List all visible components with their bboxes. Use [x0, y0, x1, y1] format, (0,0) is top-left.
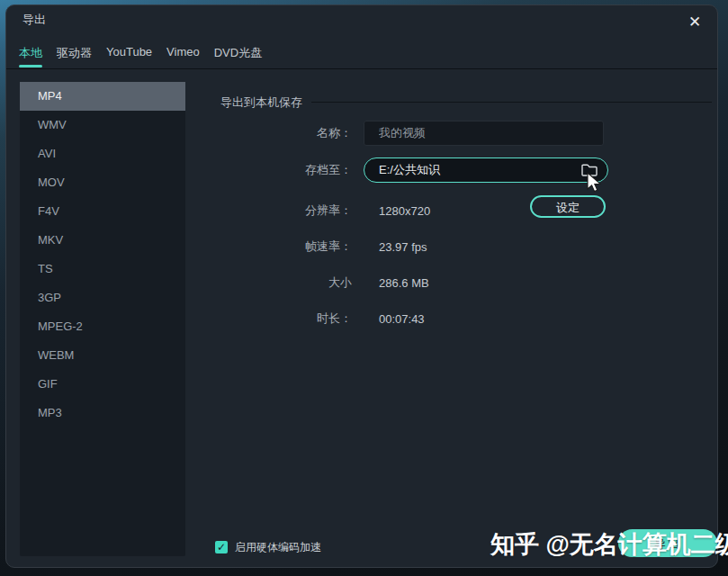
framerate-value: 23.97 fps [364, 240, 427, 254]
format-item-ts[interactable]: TS [20, 255, 185, 284]
resolution-set-button[interactable]: 设定 [530, 195, 606, 218]
archive-path-input[interactable] [379, 164, 580, 177]
format-item-mkv[interactable]: MKV [20, 226, 185, 255]
tab-device[interactable]: 驱动器 [57, 43, 92, 70]
mouse-cursor-icon [586, 172, 604, 194]
format-item-mp3[interactable]: MP3 [20, 399, 185, 428]
framerate-label: 帧速率： [190, 238, 352, 255]
archive-label: 存档至： [190, 162, 352, 178]
archive-path-field[interactable] [364, 158, 608, 183]
size-row: 大小 286.6 MB [190, 270, 429, 295]
close-icon[interactable]: ✕ [683, 11, 706, 34]
duration-value: 00:07:43 [364, 312, 425, 326]
section-rule [311, 102, 712, 103]
framerate-row: 帧速率： 23.97 fps [190, 234, 427, 259]
format-item-mp4[interactable]: MP4 [20, 82, 185, 111]
format-item-avi[interactable]: AVI [20, 140, 185, 168]
format-item-3gp[interactable]: 3GP [20, 284, 185, 312]
tab-youtube[interactable]: YouTube [106, 43, 152, 70]
format-item-mpeg2[interactable]: MPEG-2 [20, 312, 185, 341]
archive-row: 存档至： [190, 158, 608, 183]
resolution-row: 分辨率： 1280x720 [190, 198, 430, 223]
watermark-text: 知乎 @无名计算机二级 [490, 528, 728, 561]
format-item-webm[interactable]: WEBM [20, 341, 185, 370]
duration-row: 时长： 00:07:43 [190, 306, 425, 331]
size-value: 286.6 MB [364, 276, 429, 290]
section-title: 导出到本机保存 [220, 94, 302, 111]
hardware-accel-checkbox[interactable]: ✓ [215, 541, 228, 554]
name-row: 名称： [190, 121, 604, 146]
export-dialog: 导出 ✕ 本地 驱动器 YouTube Vimeo DVD光盘 MP4 WMV … [5, 4, 718, 568]
resolution-label: 分辨率： [190, 202, 352, 219]
tabs-divider [6, 68, 717, 69]
size-label: 大小 [190, 274, 352, 291]
tab-local[interactable]: 本地 [19, 43, 42, 70]
hardware-accel-label: 启用硬体编码加速 [235, 541, 321, 554]
resolution-value: 1280x720 [364, 204, 430, 218]
name-input[interactable] [364, 121, 604, 146]
tab-vimeo[interactable]: Vimeo [166, 43, 200, 70]
export-target-tabs: 本地 驱动器 YouTube Vimeo DVD光盘 [19, 43, 262, 70]
format-item-mov[interactable]: MOV [20, 168, 185, 197]
checkmark-icon: ✓ [217, 541, 226, 554]
format-item-gif[interactable]: GIF [20, 370, 185, 399]
name-label: 名称： [190, 125, 352, 141]
dialog-title: 导出 [22, 12, 46, 28]
format-item-wmv[interactable]: WMV [20, 111, 185, 140]
duration-label: 时长： [190, 310, 352, 327]
format-item-f4v[interactable]: F4V [20, 197, 185, 226]
screen: 导出 ✕ 本地 驱动器 YouTube Vimeo DVD光盘 MP4 WMV … [0, 0, 728, 576]
tab-dvd[interactable]: DVD光盘 [214, 43, 262, 70]
format-list: MP4 WMV AVI MOV F4V MKV TS 3GP MPEG-2 WE… [20, 82, 185, 556]
